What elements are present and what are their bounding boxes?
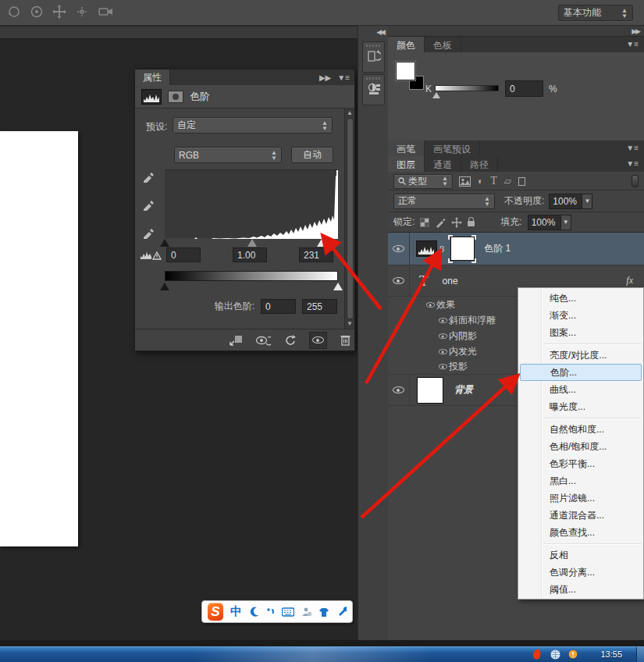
panel-menu-icon[interactable]: ▼≡ <box>621 37 644 52</box>
tab-channels[interactable]: 通道 <box>425 156 461 172</box>
filter-adjustment-layers-icon[interactable]: ◐ <box>478 176 483 187</box>
menu-item-threshold[interactable]: 阈值... <box>518 581 643 598</box>
panel-menu-icon[interactable]: ▼≡ <box>621 156 644 172</box>
shadow-slider[interactable] <box>160 239 169 247</box>
filter-pixel-layers-icon[interactable] <box>459 176 471 187</box>
layer-name[interactable]: one <box>443 276 458 287</box>
output-black-slider[interactable] <box>160 283 169 290</box>
eyedropper-black-icon[interactable] <box>142 169 155 186</box>
pan-3d-icon[interactable] <box>52 4 67 23</box>
tab-brush-presets[interactable]: 画笔预设 <box>425 141 480 156</box>
output-high-field[interactable]: 255 <box>302 299 337 314</box>
menu-item-gradient[interactable]: 渐变... <box>518 307 643 324</box>
tab-properties[interactable]: 属性 <box>135 69 170 85</box>
eye-icon[interactable] <box>438 333 447 339</box>
lock-pixels-icon[interactable] <box>435 217 446 228</box>
tab-brush[interactable]: 画笔 <box>388 141 425 156</box>
eye-icon[interactable] <box>438 349 447 354</box>
toolbox-icon[interactable] <box>336 607 347 617</box>
tab-layers[interactable]: 图层 <box>388 156 425 172</box>
scroll-up-icon[interactable]: ▲ <box>347 110 353 116</box>
layer-visibility-toggle[interactable] <box>388 375 410 405</box>
slide-3d-icon[interactable] <box>74 4 90 23</box>
menu-item-curves[interactable]: 曲线... <box>518 381 643 398</box>
eyedropper-gray-icon[interactable] <box>142 198 155 214</box>
taskbar[interactable]: 13:55 <box>0 646 644 662</box>
collapse-dock-icon[interactable]: ◀◀ <box>376 28 384 36</box>
levels-histogram[interactable] <box>165 169 338 238</box>
mask-link-icon[interactable]: 8 <box>439 244 444 254</box>
workspace-switcher[interactable]: 基本功能 ▲▼ <box>558 5 633 21</box>
input-gamma-field[interactable]: 1.00 <box>233 247 267 262</box>
fx-badge[interactable]: fx <box>626 275 633 287</box>
histogram-warning-icon[interactable] <box>140 247 163 261</box>
menu-item-black-white[interactable]: 黑白... <box>518 472 643 489</box>
adjustments-panel-button[interactable] <box>362 74 385 105</box>
panel-menu-icon[interactable]: ▼≡ <box>337 73 350 82</box>
history-panel-button[interactable] <box>362 41 385 73</box>
chevron-down-icon[interactable]: ▼ <box>582 194 592 208</box>
fullhalf-moon-icon[interactable] <box>249 607 259 617</box>
tab-paths[interactable]: 路径 <box>461 156 498 172</box>
menu-item-pattern[interactable]: 图案... <box>518 324 643 341</box>
fill-combo[interactable]: 100% ▼ <box>528 215 571 230</box>
input-shadow-field[interactable]: 0 <box>166 247 201 262</box>
menu-item-levels[interactable]: 色阶... <box>520 364 642 381</box>
taskbar-clock[interactable]: 13:55 <box>600 650 622 659</box>
view-previous-state-icon[interactable] <box>254 332 272 349</box>
menu-item-photo-filter[interactable]: 照片滤镜... <box>518 489 643 507</box>
collapse-panel-icon[interactable]: ▶▶ <box>319 73 331 82</box>
channel-select[interactable]: RGB ▲▼ <box>174 147 282 163</box>
blend-mode-select[interactable]: 正常 ▲▼ <box>393 194 495 209</box>
opacity-combo[interactable]: 100% ▼ <box>549 194 592 209</box>
preset-select[interactable]: 自定 ▲▼ <box>173 117 333 133</box>
foreground-color-swatch[interactable] <box>396 62 415 80</box>
lock-transparency-icon[interactable] <box>420 218 429 227</box>
layer-visibility-toggle[interactable] <box>388 265 410 296</box>
clip-to-layer-icon[interactable] <box>227 332 245 349</box>
menu-item-color-lookup[interactable]: 颜色查找... <box>518 524 643 541</box>
orbit-3d-icon[interactable] <box>6 4 22 23</box>
eye-icon[interactable] <box>425 302 434 308</box>
layer-name[interactable]: 色阶 1 <box>484 242 511 255</box>
eye-icon[interactable] <box>438 318 447 323</box>
camera-3d-icon[interactable] <box>97 4 116 23</box>
auto-button[interactable]: 自动 <box>291 147 333 163</box>
layer-row-levels[interactable]: 8 色阶 1 <box>388 233 644 265</box>
punctuation-icon[interactable] <box>266 607 275 617</box>
k-value-field[interactable]: 0 <box>505 80 543 97</box>
tab-color[interactable]: 颜色 <box>388 37 425 52</box>
background-thumbnail[interactable] <box>417 377 443 404</box>
menu-item-color-balance[interactable]: 色彩平衡... <box>518 455 643 472</box>
menu-item-channel-mixer[interactable]: 通道混合器... <box>518 507 643 524</box>
menu-item-hue-saturation[interactable]: 色相/饱和度... <box>518 438 643 455</box>
eyedropper-white-icon[interactable] <box>142 226 155 242</box>
menu-item-exposure[interactable]: 曝光度... <box>518 398 643 415</box>
properties-scrollbar[interactable]: ▲ ▼ <box>344 109 354 329</box>
menu-item-solid-color[interactable]: 纯色... <box>518 290 643 307</box>
layer-visibility-toggle[interactable] <box>388 233 410 265</box>
lock-all-icon[interactable] <box>468 221 475 226</box>
scrollbar-thumb[interactable] <box>347 118 354 319</box>
panel-menu-icon[interactable]: ▼≡ <box>621 141 644 156</box>
menu-item-vibrance[interactable]: 自然饱和度... <box>518 421 643 438</box>
delete-adjustment-icon[interactable] <box>336 332 354 349</box>
filter-smart-object-icon[interactable] <box>518 177 525 186</box>
k-slider-thumb[interactable] <box>432 92 440 98</box>
filter-type-layers-icon[interactable]: T <box>490 175 497 187</box>
midtone-slider[interactable] <box>247 239 257 247</box>
skin-icon[interactable] <box>318 607 329 617</box>
scroll-down-icon[interactable]: ▼ <box>347 321 353 327</box>
k-slider[interactable] <box>435 85 499 91</box>
output-white-slider[interactable] <box>333 283 343 290</box>
reset-icon[interactable] <box>282 332 300 349</box>
visibility-toggle-icon[interactable] <box>309 332 327 349</box>
eye-icon[interactable] <box>438 364 447 369</box>
menu-item-posterize[interactable]: 色调分离... <box>518 564 643 581</box>
show-desktop-button[interactable] <box>636 647 644 662</box>
input-highlight-field[interactable]: 231 <box>299 247 333 262</box>
sogou-logo-icon[interactable]: S <box>208 603 223 621</box>
tray-network-icon[interactable] <box>550 650 560 660</box>
soft-keyboard-icon[interactable] <box>282 607 294 617</box>
levels-thumbnail-icon[interactable] <box>416 240 437 257</box>
